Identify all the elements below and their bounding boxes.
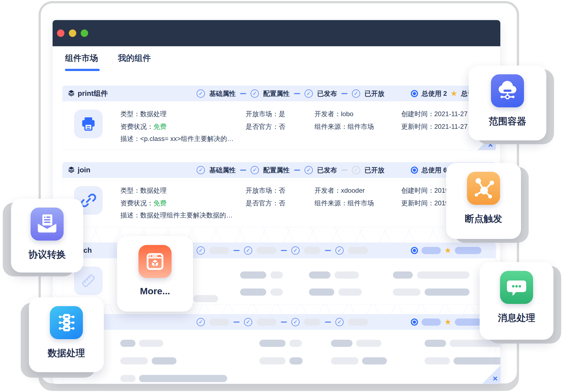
layers-icon [68, 89, 75, 98]
envelope-document-icon [31, 208, 64, 241]
skeleton-pill [425, 288, 469, 296]
check-icon: ✓ [197, 89, 205, 98]
star-icon: ★ [450, 90, 457, 97]
skeleton-pill [304, 318, 321, 326]
floating-card-protocol-conversion[interactable]: 协议转换 [11, 199, 83, 273]
check-icon: ✓ [244, 246, 252, 255]
card-label: 数据处理 [48, 347, 85, 360]
usage-icon [411, 247, 418, 254]
row-title: print组件 [68, 86, 108, 101]
field-developer: 开发者：xdooder [314, 186, 365, 195]
row-stats: 总使用 2 ★ 总评 [411, 86, 474, 101]
skeleton-pill [193, 295, 218, 302]
check-icon: ✓ [335, 318, 344, 326]
floating-card-data-processing[interactable]: 数据处理 [29, 297, 104, 372]
field-open-market: 开放市场：是 [246, 110, 285, 118]
floating-card-message-processing[interactable]: 消息处理 [480, 262, 553, 340]
field-type: 类型：数据处理 [120, 110, 167, 118]
floating-card-more[interactable]: More... [117, 236, 193, 312]
check-icon: ✓ [291, 318, 300, 326]
step-label: 已开放 [365, 166, 384, 175]
floating-card-breakpoint-trigger[interactable]: 断点触发 [446, 163, 521, 239]
layers-icon [68, 166, 75, 174]
skeleton-pill [289, 340, 302, 347]
component-name: print组件 [78, 89, 108, 98]
step-dash [294, 93, 300, 94]
row-title: join [68, 162, 90, 178]
cloud-network-icon [491, 74, 524, 107]
skeleton-pill [139, 340, 163, 347]
skeleton-pill [240, 271, 266, 279]
window-titlebar [53, 20, 500, 46]
component-row-header[interactable]: print组件 ✓基础属性 ✓配置属性 ✓已发布 ✓已开放 总使用 2 ★ 总评 [62, 86, 496, 101]
field-source: 组件来源：组件市场 [314, 122, 374, 131]
star-icon: ★ [444, 318, 451, 326]
minimize-window-button[interactable] [69, 29, 76, 37]
skeleton-pill [422, 318, 441, 326]
skeleton-pill [270, 288, 283, 296]
skeleton-pill [338, 288, 362, 296]
check-icon: ✓ [335, 246, 344, 255]
skeleton-pill [425, 340, 446, 347]
skeleton-pill [120, 375, 135, 382]
field-description: 描述：数据处理组件主要解决数据的… [120, 211, 233, 220]
close-window-button[interactable] [57, 29, 64, 37]
skeleton-pill [331, 357, 359, 364]
progress-steps: ✓ ✓ ✓ ✓ [197, 314, 368, 330]
component-row-header[interactable]: join ✓基础属性 ✓配置属性 ✓已发布 ✓已开放 总使用 6 [62, 162, 496, 178]
skeleton-pill [120, 340, 135, 347]
step-dash [325, 322, 331, 323]
skeleton-pill [362, 357, 387, 364]
progress-steps: ✓基础属性 ✓配置属性 ✓已发布 ✓已开放 [197, 162, 384, 178]
step-label: 已发布 [317, 166, 337, 175]
check-icon: ✓ [251, 166, 259, 174]
skeleton-pill [455, 247, 481, 254]
usage-count: 总使用 6 [422, 166, 447, 175]
skeleton-pill [259, 357, 286, 364]
skeleton-pill [348, 247, 368, 254]
component-row-print: print组件 ✓基础属性 ✓配置属性 ✓已发布 ✓已开放 总使用 2 ★ 总评 [62, 86, 496, 150]
row-stats: ★ [411, 243, 481, 258]
data-mapping-icon [50, 306, 83, 339]
step-dash [281, 250, 287, 251]
maximize-window-button[interactable] [81, 29, 88, 37]
browser-cube-icon [139, 245, 172, 278]
close-corner-button[interactable]: × [482, 366, 500, 384]
tab-component-market[interactable]: 组件市场 [65, 53, 98, 71]
field-official: 是否官方：否 [246, 199, 285, 208]
row-details: 类型：数据处理 资费状况：免费 描述：数据处理组件主要解决数据的… 开放市场：否… [62, 178, 496, 227]
card-label: More... [140, 286, 170, 296]
component-name: join [78, 166, 90, 174]
check-icon: ✓ [291, 246, 300, 255]
check-icon: ✓ [305, 166, 313, 174]
skeleton-pill [331, 340, 352, 347]
usage-icon [411, 318, 418, 326]
check-icon: ✓ [251, 89, 259, 98]
progress-steps: ✓基础属性 ✓配置属性 ✓已发布 ✓已开放 [197, 86, 384, 101]
field-description: 描述：<p.class= xx>组件主要解决的… [120, 134, 234, 143]
floating-card-scope-container[interactable]: 范围容器 [469, 66, 546, 140]
skeleton-pill [425, 357, 450, 364]
component-row-skeleton: ✓ ✓ ✓ ✓ ★ [62, 314, 496, 384]
printer-icon [74, 110, 103, 138]
row-stats: 总使用 6 [411, 162, 447, 178]
app-window: 组件市场 我的组件 print组件 ✓基础属性 ✓配置属性 ✓已发布 ✓已开放 [52, 20, 501, 384]
skeleton-pill [152, 357, 177, 364]
row-details [62, 330, 496, 384]
skeleton-pill [259, 340, 286, 347]
field-type: 类型：数据处理 [120, 186, 167, 195]
skeleton-pill [422, 247, 441, 254]
skeleton-pill [139, 375, 227, 382]
card-label: 协议转换 [28, 248, 66, 261]
tab-bar: 组件市场 我的组件 [65, 53, 151, 71]
component-row-header[interactable]: ✓ ✓ ✓ ✓ ★ [62, 314, 496, 330]
component-row-join: join ✓基础属性 ✓配置属性 ✓已发布 ✓已开放 总使用 6 类型：数据处理 [62, 162, 496, 227]
row-details: 类型：数据处理 资费状况：免费 描述：<p.class= xx>组件主要解决的…… [62, 101, 496, 150]
check-icon: ✓ [197, 246, 205, 255]
skeleton-pill [393, 271, 413, 279]
check-icon: ✓ [244, 318, 252, 326]
skeleton-pill [270, 271, 283, 279]
step-dash [341, 170, 347, 171]
close-icon: × [493, 374, 498, 383]
tab-my-components[interactable]: 我的组件 [118, 53, 151, 71]
